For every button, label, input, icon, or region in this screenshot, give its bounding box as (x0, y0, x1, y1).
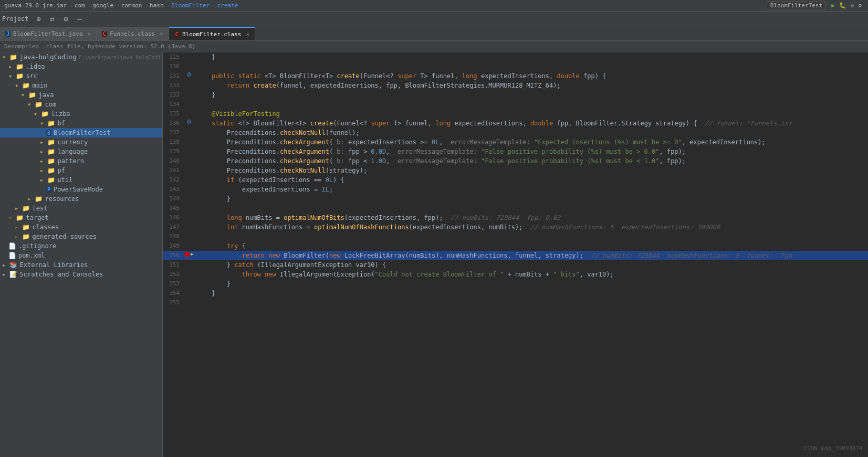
path-hash: hash (150, 2, 164, 9)
project-folder-icon: ▾ 📁 (2, 54, 17, 61)
tree-item-java[interactable]: ▾ 📁 java (0, 90, 162, 100)
code-area[interactable]: 129 } 130 131 @ public static <T> BloomF… (163, 52, 868, 457)
tree-item-extlibs[interactable]: ▸ 📚 External Libraries (0, 260, 162, 270)
tree-item-pf[interactable]: ▸ 📁 pf (0, 166, 162, 175)
tree-classes-label: classes (32, 224, 59, 231)
bf-folder-icon: ▾ 📁 (40, 120, 55, 127)
tree-com-label: com (45, 101, 56, 108)
run-config-label[interactable]: BloomFilterTest (767, 1, 826, 10)
tree-item-bf[interactable]: ▾ 📁 bf (0, 119, 162, 128)
tab-bloomfilter-class[interactable]: C BloomFilter.class × (169, 27, 255, 40)
jar-label: guava-29.0-jre.jar (4, 2, 67, 9)
resources-folder-icon: ▸ 📁 (27, 195, 43, 203)
project-label: Project (2, 15, 29, 23)
tree-item-lizba[interactable]: ▾ 📁 lizba (0, 109, 162, 119)
breakpoint-dot (184, 252, 190, 257)
toolbar-btn-2[interactable]: ⇄ (47, 14, 58, 24)
tree-bf-label: bf (57, 120, 65, 127)
tree-item-language[interactable]: ▸ 📁 language (0, 147, 162, 156)
tree-resources-label: resources (45, 195, 79, 203)
language-folder-icon: ▸ 📁 (40, 148, 55, 155)
tree-item-scratches[interactable]: ▸ 📝 Scratches and Consoles (0, 270, 162, 279)
tree-item-com[interactable]: ▾ 📁 com (0, 100, 162, 109)
tree-src-label: src (26, 72, 37, 80)
code-line-145: 145 (163, 204, 868, 213)
debug-arrow-icon: ➤ (190, 251, 194, 258)
tree-item-pom[interactable]: 📄 pom.xml (0, 251, 162, 260)
code-line-138: 138 Preconditions.checkArgument( b: expe… (163, 137, 868, 147)
top-bar: guava-29.0-jre.jar › com › google › comm… (0, 0, 868, 12)
tree-gen-label: generated-sources (32, 233, 97, 240)
tree-item-powersave[interactable]: P PowerSaveMode (0, 185, 162, 194)
code-line-134: 134 (163, 100, 868, 109)
class-bloomfilter[interactable]: BloomFilter (171, 2, 210, 9)
gen-folder-icon: ▸ 📁 (15, 233, 30, 240)
tree-item-test[interactable]: ▸ 📁 test (0, 204, 162, 213)
info-text: Decompiled .class file, bytecode version… (4, 43, 195, 50)
java-folder-icon: ▾ 📁 (21, 91, 36, 99)
tree-pattern-label: pattern (57, 157, 84, 165)
tree-item-generated[interactable]: ▸ 📁 generated-sources (0, 232, 162, 241)
code-line-130: 130 (163, 62, 868, 71)
tree-item-gitignore[interactable]: 📄 .gitignore (0, 241, 162, 251)
bft-icon: B (46, 129, 51, 136)
tree-item-util[interactable]: ▸ 📁 util (0, 175, 162, 185)
toolbar-btn-1[interactable]: ⊕ (33, 14, 45, 24)
tab-bloomfiltertest[interactable]: J BloomFilterTest.java × (0, 27, 97, 40)
code-line-152: 152 throw new IllegalArgumentException("… (163, 270, 868, 279)
code-line-142: 142 if (expectedInsertions == 0L) { (163, 175, 868, 185)
toolbar-btn-3[interactable]: ⚙ (60, 14, 72, 24)
pattern-folder-icon: ▸ 📁 (40, 157, 55, 165)
tree-item-resources[interactable]: ▸ 📁 resources (0, 194, 162, 204)
tree-item-bloomfiltertest[interactable]: B BloomFilterTest (0, 128, 162, 137)
java-icon-1: J (5, 31, 11, 37)
tab-label-2: Funnels.class (110, 30, 155, 37)
ps-icon: P (46, 186, 51, 193)
path-common: common (121, 2, 142, 9)
tree-pf-label: pf (57, 167, 65, 174)
tree-item-project[interactable]: ▾ 📁 java-bolgCoding E:\workspace\java-bo… (0, 52, 162, 62)
code-line-137: 137 Preconditions.checkNotNull(funnel); (163, 128, 868, 137)
code-line-154: 154 } (163, 289, 868, 298)
classes-folder-icon: ▸ 📁 (15, 224, 30, 231)
test-folder-icon: ▸ 📁 (15, 205, 30, 212)
path-com: com (75, 2, 85, 9)
tree-item-target[interactable]: ▾ 📁 target (0, 213, 162, 222)
sep1: › (70, 2, 74, 9)
tree-item-src[interactable]: ▾ 📁 src (0, 71, 162, 81)
tree-java-label: java (38, 91, 54, 99)
class-icon-2: C (174, 31, 180, 37)
code-line-139: 139 Preconditions.checkArgument( b: fpp … (163, 147, 868, 156)
tab-label-1: BloomFilterTest.java (13, 30, 82, 37)
code-line-150: 150 ➤ return new BloomFilter(new LockFre… (163, 251, 868, 260)
tab-funnels[interactable]: C Funnels.class × (97, 27, 169, 40)
debug-btn[interactable]: 🐛 (839, 2, 846, 9)
build-btn[interactable]: ⚒ (851, 2, 854, 9)
code-line-133: 133 } (163, 90, 868, 100)
tree-item-idea[interactable]: ▸ 📁 .idea (0, 62, 162, 71)
code-line-129: 129 } (163, 52, 868, 62)
toolbar-btn-4[interactable]: — (74, 14, 86, 24)
tree-item-main[interactable]: ▾ 📁 main (0, 81, 162, 90)
tab-close-3[interactable]: × (246, 31, 249, 38)
tree-item-currency[interactable]: ▸ 📁 currency (0, 137, 162, 147)
extlibs-icon: ▸ 📚 (2, 261, 17, 269)
tree-project-path: E:\workspace\java-bolgCodi... (79, 55, 163, 60)
settings-btn[interactable]: ⚙ (858, 2, 862, 9)
com-folder-icon: ▾ 📁 (27, 101, 43, 108)
tree-item-classes[interactable]: ▸ 📁 classes (0, 222, 162, 232)
lizba-folder-icon: ▾ 📁 (34, 110, 49, 118)
tab-close-1[interactable]: × (87, 30, 91, 37)
tab-close-2[interactable]: × (160, 30, 163, 37)
code-line-153: 153 } (163, 279, 868, 289)
code-line-140: 140 Preconditions.checkArgument( b: fpp … (163, 156, 868, 166)
util-folder-icon: ▸ 📁 (40, 176, 55, 184)
tree-extlibs-label: External Libraries (19, 261, 88, 269)
src-folder-icon: ▾ 📁 (8, 72, 24, 80)
run-btn[interactable]: ▶ (831, 2, 835, 9)
idea-folder-icon: ▸ 📁 (8, 63, 24, 70)
tree-item-pattern[interactable]: ▸ 📁 pattern (0, 156, 162, 166)
code-line-146: 146 long numBits = optimalNumOfBits(expe… (163, 213, 868, 222)
tab-bar: J BloomFilterTest.java × C Funnels.class… (0, 26, 868, 41)
tree-git-label: .gitignore (18, 242, 56, 250)
